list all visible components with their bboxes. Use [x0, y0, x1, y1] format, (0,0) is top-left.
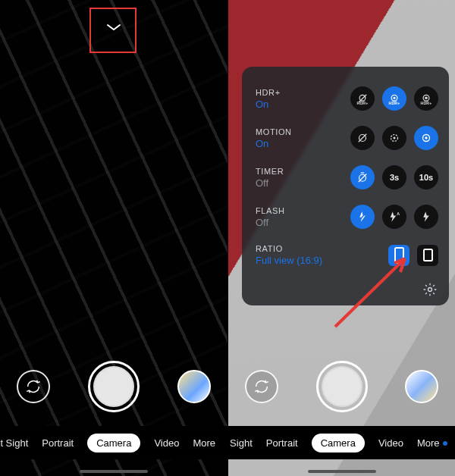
mode-more-dot-icon: [443, 441, 447, 446]
hdr-on-option[interactable]: HDR+: [414, 86, 438, 111]
shutter-inner: [93, 366, 134, 407]
ratio-4-3-icon: [423, 249, 433, 261]
mode-strip[interactable]: ght Sight Portrait Camera Video More: [228, 426, 455, 459]
mode-portrait[interactable]: Portrait: [42, 437, 74, 449]
mode-video[interactable]: Video: [378, 437, 403, 449]
svg-point-20: [428, 288, 432, 292]
flash-auto-icon: A: [388, 210, 401, 224]
timer-10s-label: 10s: [419, 173, 433, 182]
timer-off-icon: [356, 171, 369, 184]
motion-on-option[interactable]: [414, 126, 438, 150]
row-motion: MOTION On: [256, 118, 438, 158]
settings-button[interactable]: [420, 280, 440, 299]
svg-text:HDR+: HDR+: [388, 101, 400, 105]
hdr-value: On: [256, 99, 281, 110]
hdr-auto-option[interactable]: HDR+: [382, 86, 406, 111]
svg-text:HDR+: HDR+: [420, 101, 431, 105]
timer-3s-label: 3s: [390, 173, 399, 182]
shutter-button[interactable]: [316, 361, 368, 412]
capture-controls: [0, 356, 228, 417]
hdr-on-icon: HDR+: [419, 92, 433, 105]
settings-chevron[interactable]: [105, 23, 122, 32]
hdr-off-option[interactable]: HDR+: [350, 86, 375, 111]
ratio-label: RATIO: [256, 244, 322, 253]
timer-value: Off: [256, 177, 284, 189]
capture-controls: [228, 356, 455, 417]
svg-line-17: [359, 174, 367, 183]
chevron-down-icon: [106, 23, 121, 31]
mode-night-sight[interactable]: ght Sight: [228, 437, 253, 449]
mode-more-label: More: [417, 437, 440, 449]
mode-night-sight[interactable]: ght Sight: [0, 437, 28, 449]
motion-label: MOTION: [256, 127, 292, 136]
mode-video[interactable]: Video: [154, 437, 179, 449]
motion-on-icon: [419, 131, 433, 145]
last-photo-thumbnail[interactable]: [177, 370, 211, 403]
mode-camera[interactable]: Camera: [87, 434, 140, 453]
switch-camera-icon: [25, 378, 42, 395]
svg-line-10: [359, 134, 367, 142]
flash-label: FLASH: [256, 206, 284, 215]
motion-auto-option[interactable]: [382, 126, 406, 150]
row-timer: TIMER Off 3s 10s: [256, 158, 438, 197]
svg-point-7: [425, 96, 428, 99]
timer-off-option[interactable]: [350, 165, 375, 189]
switch-camera-button[interactable]: [245, 370, 278, 403]
timer-3s-option[interactable]: 3s: [382, 165, 406, 189]
svg-point-14: [425, 136, 427, 139]
flash-on-option[interactable]: [414, 205, 438, 229]
flash-value: Off: [256, 217, 284, 228]
svg-text:HDR+: HDR+: [356, 101, 368, 105]
motion-value: On: [256, 138, 292, 149]
svg-line-18: [359, 212, 367, 221]
quick-settings-panel: HDR+ On HDR+: [242, 67, 449, 305]
switch-camera-icon: [253, 378, 270, 395]
home-indicator: [308, 470, 376, 473]
mode-more[interactable]: More: [193, 437, 215, 449]
phone-left: ght Sight Portrait Camera Video More: [0, 0, 228, 476]
flash-on-icon: [419, 210, 433, 224]
shutter-inner: [322, 366, 362, 407]
mode-more[interactable]: More: [417, 437, 447, 449]
row-ratio: RATIO Full view (16:9): [256, 236, 438, 274]
mode-portrait[interactable]: Portrait: [266, 437, 298, 449]
motion-off-icon: [356, 131, 369, 145]
svg-text:A: A: [397, 211, 400, 216]
ratio-16-9-icon: [394, 247, 404, 264]
home-indicator: [80, 470, 148, 473]
hdr-label: HDR+: [256, 88, 281, 97]
motion-auto-icon: [388, 131, 401, 145]
ratio-value: Full view (16:9): [256, 255, 322, 266]
timer-label: TIMER: [256, 167, 284, 176]
flash-auto-option[interactable]: A: [382, 205, 406, 229]
gear-icon: [422, 282, 438, 297]
row-flash: FLASH Off A: [256, 197, 438, 236]
hdr-auto-icon: HDR+: [388, 92, 401, 105]
timer-10s-option[interactable]: 10s: [414, 165, 438, 189]
flash-off-icon: [356, 210, 369, 224]
hdr-off-icon: HDR+: [356, 92, 369, 105]
svg-point-4: [394, 97, 396, 99]
last-photo-thumbnail[interactable]: [405, 370, 438, 403]
shutter-button[interactable]: [88, 361, 140, 412]
switch-camera-button[interactable]: [17, 370, 50, 403]
mode-camera[interactable]: Camera: [312, 434, 365, 453]
row-hdr: HDR+ On HDR+: [256, 79, 438, 118]
ratio-4-3-option[interactable]: [417, 245, 438, 266]
svg-point-12: [394, 137, 396, 139]
flash-off-option[interactable]: [350, 205, 375, 229]
phone-right: HDR+ On HDR+: [228, 0, 455, 476]
mode-strip[interactable]: ght Sight Portrait Camera Video More: [0, 426, 228, 459]
ratio-16-9-option[interactable]: [388, 245, 410, 266]
motion-off-option[interactable]: [350, 126, 375, 150]
